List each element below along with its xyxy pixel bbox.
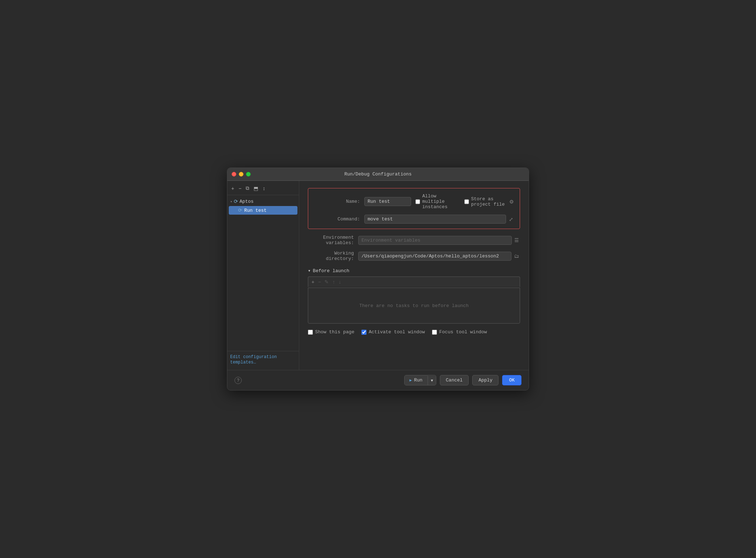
name-row: Name: Allow multiple instances Store as … (314, 193, 514, 210)
show-page-label: Show this page (315, 329, 354, 335)
play-icon: ▶ (410, 378, 412, 383)
focus-tool-checkbox-label[interactable]: Focus tool window (432, 329, 487, 335)
ok-button[interactable]: OK (502, 375, 522, 385)
cancel-button[interactable]: Cancel (440, 375, 469, 385)
expand-command-icon[interactable]: ⤢ (508, 216, 514, 223)
maximize-button[interactable] (246, 172, 251, 177)
focus-tool-checkbox[interactable] (432, 330, 437, 335)
run-debug-window: Run/Debug Configurations + − ⧉ ⬒ ↕ ▾ ⟳ A… (227, 168, 529, 390)
before-launch-chevron-icon: ▾ (308, 268, 311, 274)
before-launch-header[interactable]: ▾ Before launch (308, 268, 520, 274)
remove-config-button[interactable]: − (237, 185, 242, 192)
highlighted-form-section: Name: Allow multiple instances Store as … (308, 188, 520, 229)
before-launch-move-up-button[interactable]: ↑ (331, 278, 336, 285)
move-into-folder-button[interactable]: ⬒ (252, 185, 259, 192)
run-dropdown-button[interactable]: ▾ (428, 376, 436, 385)
aptos-group-icon: ⟳ (234, 198, 238, 205)
name-label: Name: (314, 199, 364, 204)
sidebar-group-header[interactable]: ▾ ⟳ Aptos (227, 197, 299, 206)
main-panel: Name: Allow multiple instances Store as … (299, 181, 529, 370)
focus-tool-label: Focus tool window (439, 329, 487, 335)
no-tasks-text: There are no tasks to run before launch (359, 303, 469, 308)
traffic-lights (232, 172, 251, 177)
bottom-bar: ? ▶ Run ▾ Cancel Apply OK (227, 370, 529, 390)
command-label: Command: (314, 216, 364, 222)
env-row: Environment variables: ☰ (308, 235, 520, 246)
sidebar-group-aptos: ▾ ⟳ Aptos ⟳ Run test (227, 197, 299, 216)
allow-multiple-checkbox[interactable] (415, 199, 420, 204)
folder-browse-icon[interactable]: 🗂 (513, 252, 520, 260)
gear-icon[interactable]: ⚙ (509, 199, 514, 205)
name-input[interactable] (364, 197, 411, 206)
store-as-project-checkbox[interactable] (464, 199, 469, 204)
show-page-checkbox[interactable] (308, 330, 313, 335)
before-launch-toolbar: + − ✎ ↑ ↓ (308, 276, 520, 287)
activate-tool-checkbox[interactable] (361, 330, 366, 335)
before-launch-move-down-button[interactable]: ↓ (337, 278, 342, 285)
command-row: Command: ⤢ (314, 215, 514, 224)
titlebar: Run/Debug Configurations (227, 168, 529, 181)
before-launch-edit-button[interactable]: ✎ (323, 278, 330, 285)
run-button[interactable]: ▶ Run (405, 375, 428, 385)
content-area: + − ⧉ ⬒ ↕ ▾ ⟳ Aptos ⟳ Run test Edit conf… (227, 181, 529, 370)
before-launch-section: ▾ Before launch + − ✎ ↑ ↓ There are no t… (308, 268, 520, 324)
sidebar-group-label: Aptos (240, 199, 254, 204)
sidebar-item-label: Run test (244, 208, 267, 213)
run-config-icon: ⟳ (238, 207, 242, 213)
launch-checkboxes: Show this page Activate tool window Focu… (308, 329, 520, 335)
minimize-button[interactable] (239, 172, 243, 177)
store-as-project-label[interactable]: Store as project file (464, 196, 505, 207)
edit-templates-link[interactable]: Edit configuration templates… (230, 355, 277, 365)
sidebar-item-run-test[interactable]: ⟳ Run test (229, 206, 297, 215)
activate-tool-checkbox-label[interactable]: Activate tool window (361, 329, 425, 335)
window-title: Run/Debug Configurations (344, 171, 411, 177)
allow-multiple-group: Allow multiple instances Store as projec… (415, 193, 514, 210)
activate-tool-label: Activate tool window (369, 329, 425, 335)
allow-multiple-label[interactable]: Allow multiple instances (415, 193, 461, 210)
sidebar: + − ⧉ ⬒ ↕ ▾ ⟳ Aptos ⟳ Run test Edit conf… (227, 181, 299, 370)
env-input[interactable] (358, 236, 512, 245)
apply-button[interactable]: Apply (472, 375, 498, 385)
env-label: Environment variables: (308, 235, 358, 246)
add-config-button[interactable]: + (230, 185, 235, 192)
sort-button[interactable]: ↕ (261, 185, 266, 192)
working-dir-label: Working directory: (308, 251, 358, 261)
before-launch-label: Before launch (313, 268, 349, 274)
before-launch-remove-button[interactable]: − (317, 278, 322, 285)
chevron-down-icon: ▾ (230, 200, 232, 204)
before-launch-area: There are no tasks to run before launch (308, 288, 520, 324)
sidebar-footer: Edit configuration templates… (227, 351, 299, 368)
before-launch-add-button[interactable]: + (310, 278, 315, 285)
show-page-checkbox-label[interactable]: Show this page (308, 329, 354, 335)
command-input-group: ⤢ (364, 215, 514, 224)
close-button[interactable] (232, 172, 236, 177)
working-dir-input[interactable] (358, 252, 511, 261)
command-input[interactable] (364, 215, 506, 224)
sidebar-toolbar: + − ⧉ ⬒ ↕ (227, 183, 299, 195)
env-browse-icon[interactable]: ☰ (513, 236, 520, 244)
working-dir-row: Working directory: 🗂 (308, 251, 520, 261)
copy-config-button[interactable]: ⧉ (245, 184, 250, 192)
bottom-left: ? (234, 377, 242, 384)
help-button[interactable]: ? (234, 377, 242, 384)
run-button-group: ▶ Run ▾ (404, 375, 436, 385)
